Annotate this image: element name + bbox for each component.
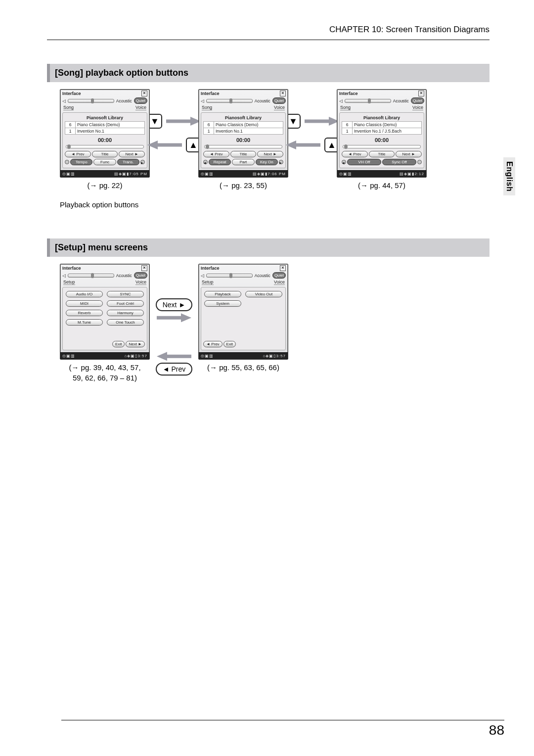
setup-mtune[interactable]: M.Tune	[66, 319, 103, 326]
syncoff-button[interactable]: Sync Off	[382, 159, 416, 165]
progress-slider[interactable]	[66, 145, 144, 148]
arrow-left-icon	[157, 352, 191, 361]
setup-playback[interactable]: Playback	[204, 291, 241, 297]
volume-slider[interactable]	[206, 99, 253, 103]
window-title: Interface	[62, 266, 81, 271]
library-title: Pianosoft Library	[342, 114, 422, 121]
song-col-a: Interface × ◁ Acoustic Quiet Song Voice …	[60, 89, 150, 190]
setup-col-a: Interface × ◁ Acoustic Quiet Setup Voice…	[60, 264, 150, 383]
setup-screen-a: Interface × ◁ Acoustic Quiet Setup Voice…	[60, 264, 150, 360]
volume-slider[interactable]	[345, 99, 391, 103]
arrow-col-ab: ▼ ▲	[150, 89, 198, 152]
status-icons: ◎▣▥	[339, 172, 352, 176]
chapter-header: CHAPTER 10: Screen Transition Diagrams	[47, 25, 490, 40]
tab-voice[interactable]: Voice	[412, 105, 423, 110]
tab-song[interactable]: Song	[63, 105, 74, 110]
library-title: Pianosoft Library	[203, 114, 283, 121]
mode-acoustic[interactable]: Acoustic	[116, 273, 132, 278]
song-table: 6Piano Classics (Demo) 1Invention No.1	[65, 121, 145, 135]
title-button[interactable]: Title	[230, 151, 257, 157]
next-button[interactable]: Next ►	[257, 151, 283, 157]
page-dot[interactable]: ▸	[279, 160, 283, 164]
mode-quiet[interactable]: Quiet	[272, 97, 286, 104]
song-col-c: Interface × ◁ Acoustic Quiet Song Voice …	[337, 89, 427, 190]
window-title: Interface	[62, 91, 81, 96]
setup-audio-io[interactable]: Audio I/O	[66, 291, 103, 297]
prev-button[interactable]: ◄ Prev	[203, 341, 222, 347]
setup-harmony[interactable]: Harmony	[107, 310, 144, 316]
setup-sync[interactable]: SYNC	[107, 291, 144, 297]
mode-quiet[interactable]: Quiet	[272, 272, 286, 279]
progress-slider[interactable]	[204, 145, 282, 148]
close-icon[interactable]: ×	[280, 91, 286, 96]
close-icon[interactable]: ×	[141, 265, 147, 271]
setup-system[interactable]: System	[204, 300, 241, 307]
title-button[interactable]: Title	[92, 151, 118, 157]
title-button[interactable]: Title	[369, 151, 395, 157]
part-button[interactable]: Part	[232, 159, 254, 165]
close-icon[interactable]: ×	[280, 265, 286, 271]
setup-footcntrl[interactable]: Foot Cntrl	[107, 300, 144, 307]
status-icons: ◎▣▥	[62, 354, 75, 358]
prev-nav-pill[interactable]: ◄ Prev	[156, 363, 193, 376]
exit-button[interactable]: Exit	[223, 341, 236, 347]
next-nav-pill[interactable]: Next ►	[156, 298, 193, 311]
elapsed-time: 00:00	[203, 136, 283, 144]
volume-slider[interactable]	[68, 274, 114, 278]
tab-voice[interactable]: Voice	[135, 280, 146, 285]
setup-onetouch[interactable]: One Touch	[107, 319, 144, 326]
tab-song[interactable]: Song	[202, 105, 212, 110]
setup-midi[interactable]: MIDI	[66, 300, 103, 307]
status-icons: ◎▣▥	[201, 172, 214, 176]
elapsed-time: 00:00	[65, 136, 145, 144]
prev-button[interactable]: ◄ Prev	[65, 151, 91, 157]
tempo-button[interactable]: Tempo	[70, 159, 92, 165]
tab-voice[interactable]: Voice	[135, 105, 146, 110]
volume-slider[interactable]	[206, 274, 253, 278]
page-dot[interactable]: ◂	[203, 160, 208, 164]
setup-col-b: Interface × ◁ Acoustic Quiet Setup Voice…	[198, 264, 288, 373]
tab-setup[interactable]: Setup	[63, 280, 75, 285]
vhoff-button[interactable]: VH Off	[347, 159, 381, 165]
caption-setup-a: (→ pg. 39, 40, 43, 57, 59, 62, 66, 79 – …	[69, 363, 140, 383]
func-button[interactable]: Func	[93, 159, 116, 165]
progress-slider[interactable]	[343, 145, 421, 148]
mode-acoustic[interactable]: Acoustic	[255, 273, 270, 278]
repeat-button[interactable]: Repeat	[209, 159, 231, 165]
mode-quiet[interactable]: Quiet	[134, 272, 147, 279]
tab-setup[interactable]: Setup	[202, 280, 214, 285]
status-icons: ▤◈▣▮7:05 PM	[114, 172, 147, 176]
arrow-right-icon	[305, 117, 339, 126]
mode-quiet[interactable]: Quiet	[134, 97, 147, 104]
mode-quiet[interactable]: Quiet	[411, 97, 424, 104]
next-button[interactable]: Next ►	[119, 151, 145, 157]
trans-button[interactable]: Trans.	[117, 159, 139, 165]
page-dot[interactable]: ▸	[140, 160, 145, 164]
page: CHAPTER 10: Screen Transition Diagrams E…	[0, 0, 534, 756]
status-icons: ▤◈▣▮7:06 PM	[253, 172, 286, 176]
page-dot	[65, 160, 69, 164]
prev-button[interactable]: ◄ Prev	[342, 151, 368, 157]
close-icon[interactable]: ×	[141, 91, 147, 96]
tab-song[interactable]: Song	[340, 105, 351, 110]
keyon-button[interactable]: Key On	[256, 159, 278, 165]
volume-slider[interactable]	[68, 99, 114, 103]
setup-screen-b: Interface × ◁ Acoustic Quiet Setup Voice…	[198, 264, 288, 360]
mode-acoustic[interactable]: Acoustic	[116, 98, 132, 103]
mode-acoustic[interactable]: Acoustic	[255, 98, 270, 103]
close-icon[interactable]: ×	[418, 91, 424, 96]
next-button[interactable]: Next ►	[126, 341, 145, 347]
exit-button[interactable]: Exit	[112, 341, 125, 347]
arrow-right-icon	[166, 117, 201, 126]
prev-button[interactable]: ◄ Prev	[203, 151, 229, 157]
tab-voice[interactable]: Voice	[274, 105, 285, 110]
vol-min-icon: ◁	[339, 98, 343, 103]
next-button[interactable]: Next ►	[396, 151, 422, 157]
mode-acoustic[interactable]: Acoustic	[393, 98, 409, 103]
window-title: Interface	[201, 91, 220, 96]
tab-voice[interactable]: Voice	[274, 280, 285, 285]
setup-reverb[interactable]: Reverb	[66, 310, 103, 316]
page-dot[interactable]: ◂	[342, 160, 346, 164]
setup-videoout[interactable]: Video Out	[245, 291, 282, 297]
arrow-left-icon	[286, 141, 320, 149]
